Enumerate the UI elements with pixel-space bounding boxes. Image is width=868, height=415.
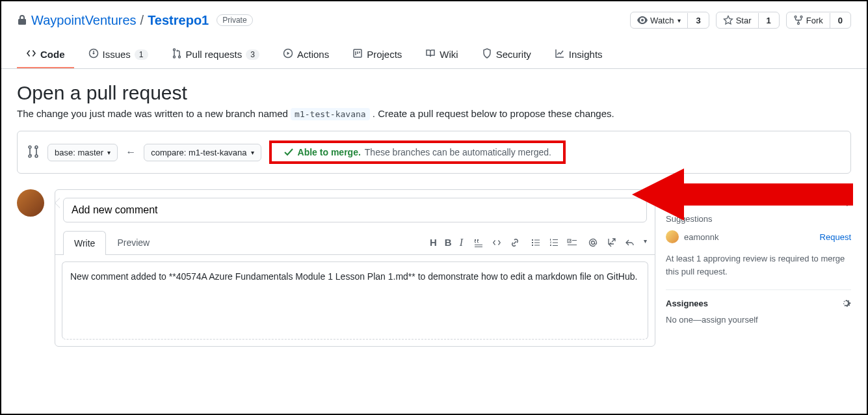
svg-point-1 — [92, 53, 94, 55]
svg-rect-8 — [568, 239, 571, 243]
gear-icon[interactable] — [841, 298, 851, 308]
bullet-list-icon[interactable] — [531, 237, 541, 248]
merge-status-highlight: Able to merge. These branches can be aut… — [269, 141, 566, 164]
pr-title-input[interactable] — [63, 198, 647, 222]
annotation-arrow — [632, 165, 860, 237]
star-button[interactable]: Star 1 — [716, 12, 780, 29]
assignees-title[interactable]: Assignees — [666, 299, 708, 308]
svg-marker-9 — [632, 168, 853, 221]
base-branch-select[interactable]: base: master▾ — [47, 144, 118, 161]
review-required-note: At least 1 approving review is required … — [666, 252, 851, 278]
user-avatar[interactable] — [17, 189, 44, 217]
heading-icon[interactable]: H — [430, 237, 437, 248]
md-toolbar: H B I — [430, 237, 647, 248]
assignees-text[interactable]: No one—assign yourself — [666, 315, 851, 325]
repo-title: WaypointVentures / Testrepo1 Private — [17, 13, 253, 28]
tab-projects[interactable]: Projects — [343, 42, 411, 68]
header-actions: Watch▾ 3 Star 1 Fork 0 — [630, 12, 851, 29]
tab-insights[interactable]: Insights — [546, 42, 612, 68]
code-icon[interactable] — [492, 237, 502, 248]
repo-nav: Code Issues1 Pull requests3 Actions Proj… — [1, 42, 867, 69]
path-separator: / — [140, 13, 144, 28]
tab-security[interactable]: Security — [473, 42, 540, 68]
italic-icon[interactable]: I — [460, 237, 463, 248]
lock-icon — [17, 14, 27, 26]
pr-body-textarea[interactable]: New comment added to **40574A Azure Fund… — [62, 261, 648, 340]
bold-icon[interactable]: B — [445, 237, 452, 248]
arrow-left-icon: ← — [125, 146, 136, 158]
tab-write[interactable]: Write — [63, 231, 106, 255]
mention-icon[interactable] — [588, 237, 598, 248]
compare-branch-select[interactable]: compare: m1-test-kavana▾ — [144, 144, 261, 161]
git-compare-icon — [27, 145, 40, 160]
numbered-list-icon[interactable] — [549, 237, 559, 248]
quote-icon[interactable] — [473, 237, 484, 248]
fork-button[interactable]: Fork 0 — [786, 12, 851, 29]
page-title: Open a pull request — [17, 82, 851, 104]
watch-button[interactable]: Watch▾ 3 — [630, 12, 709, 29]
repo-header: WaypointVentures / Testrepo1 Private Wat… — [1, 1, 867, 29]
cross-reference-icon[interactable] — [606, 237, 616, 248]
tab-wiki[interactable]: Wiki — [416, 42, 467, 68]
privacy-badge: Private — [217, 14, 252, 26]
page-subtitle: The change you just made was written to … — [17, 108, 851, 119]
repo-owner-link[interactable]: WaypointVentures — [31, 13, 137, 28]
tab-preview[interactable]: Preview — [106, 230, 161, 254]
tab-issues[interactable]: Issues1 — [79, 42, 157, 68]
comment-box: Write Preview H B I — [55, 189, 655, 347]
repo-name-link[interactable]: Testrepo1 — [148, 13, 209, 28]
task-list-icon[interactable] — [567, 237, 577, 248]
saved-reply-icon[interactable] — [624, 237, 635, 248]
link-icon[interactable] — [510, 237, 520, 248]
check-icon — [283, 147, 294, 157]
tab-code[interactable]: Code — [17, 42, 74, 68]
branch-chip: m1-test-kavana — [291, 108, 370, 120]
tab-pull-requests[interactable]: Pull requests3 — [163, 42, 269, 68]
tab-actions[interactable]: Actions — [274, 42, 338, 68]
